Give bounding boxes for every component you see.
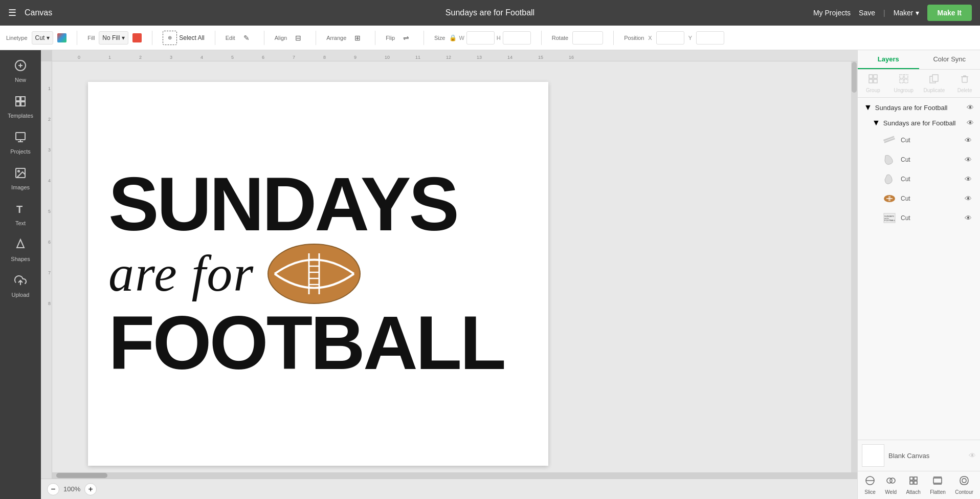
layer-item-3[interactable]: Cut 👁 (870, 169, 976, 189)
width-input[interactable] (466, 31, 495, 45)
attach-button[interactable]: Attach (906, 475, 920, 495)
toolbar-sep-3 (215, 31, 215, 45)
group-action[interactable]: Group (858, 70, 888, 97)
layer-eye-5[interactable]: 👁 (965, 214, 972, 222)
layer-sub-group-header[interactable]: ▼ Sundays are for Football 👁 (870, 115, 976, 131)
sidebar-item-shapes[interactable]: Shapes (0, 233, 41, 267)
svg-rect-34 (962, 77, 967, 82)
duplicate-label: Duplicate (924, 88, 945, 93)
arrange-icon[interactable]: ⊞ (350, 31, 365, 45)
layer-eye-1[interactable]: 👁 (965, 136, 972, 144)
layer-item-4[interactable]: Cut 👁 (870, 189, 976, 208)
ruler-h-tick-5: 5 (231, 55, 234, 60)
flatten-button[interactable]: Flatten (930, 475, 946, 495)
svg-rect-5 (16, 102, 20, 106)
zoom-out-icon: − (51, 485, 55, 494)
height-input[interactable] (503, 31, 531, 45)
zoom-out-button[interactable]: − (47, 483, 59, 495)
rotate-input[interactable] (572, 31, 603, 45)
sub-group-eye-icon[interactable]: 👁 (967, 119, 974, 127)
shapes-icon (14, 238, 27, 254)
sidebar-item-images[interactable]: Images (0, 162, 41, 196)
sidebar-item-label-new: New (15, 77, 26, 83)
duplicate-action[interactable]: Duplicate (919, 70, 950, 97)
svg-rect-24 (869, 75, 873, 78)
ruler-corner (41, 50, 52, 61)
layer-item-1[interactable]: Cut 👁 (870, 131, 976, 150)
sidebar-item-templates[interactable]: Templates (0, 90, 41, 124)
slice-button[interactable]: Slice (864, 475, 876, 495)
svg-rect-30 (900, 79, 903, 83)
select-all-group[interactable]: ⊕ Select All (163, 31, 204, 45)
ungroup-action[interactable]: Ungroup (888, 70, 919, 97)
linetype-color-picker[interactable] (57, 33, 66, 42)
ruler-h-tick-10: 10 (385, 55, 390, 60)
fill-select[interactable]: No Fill ▾ (99, 31, 128, 45)
layer-eye-4[interactable]: 👁 (965, 194, 972, 203)
rotate-group: Rotate (552, 31, 603, 45)
panel-actions: Group Ungroup Duplicate Delete (858, 70, 980, 98)
group-top-arrow-icon: ▼ (864, 103, 872, 112)
tab-layers[interactable]: Layers (858, 50, 919, 69)
layer-thumb-2 (882, 153, 897, 167)
x-input[interactable] (656, 31, 684, 45)
layer-eye-2[interactable]: 👁 (965, 156, 972, 164)
maker-selector[interactable]: Maker ▾ (894, 9, 919, 17)
arrange-label: Arrange (326, 35, 346, 41)
maker-label: Maker (894, 9, 914, 17)
edit-icon[interactable]: ✎ (239, 31, 254, 45)
zoom-in-button[interactable]: + (84, 483, 97, 495)
ruler-v-tick-2: 2 (48, 117, 51, 122)
ruler-h-tick-12: 12 (446, 55, 451, 60)
sidebar-item-label-projects: Projects (10, 148, 31, 155)
ruler-v-tick-1: 1 (48, 86, 51, 91)
y-input[interactable] (696, 31, 724, 45)
sidebar-item-projects[interactable]: Projects (0, 126, 41, 160)
weld-icon (886, 475, 896, 488)
weld-label: Weld (885, 489, 897, 495)
toolbar-sep-8 (541, 31, 542, 45)
make-it-button[interactable]: Make It (927, 5, 972, 21)
blank-canvas-eye-icon[interactable]: 👁 (969, 451, 976, 460)
edit-group: Edit ✎ (226, 31, 254, 45)
flip-label: Flip (386, 35, 395, 41)
layer-eye-3[interactable]: 👁 (965, 175, 972, 183)
delete-action[interactable]: Delete (949, 70, 980, 97)
layer-cut-label-5: Cut (901, 214, 961, 222)
layer-item-2[interactable]: Cut 👁 (870, 150, 976, 169)
lock-icon[interactable]: 🔒 (449, 34, 457, 41)
ruler-h-tick-16: 16 (569, 55, 574, 60)
save-button[interactable]: Save (859, 9, 875, 17)
fill-color-picker[interactable] (132, 33, 142, 42)
arrange-group: Arrange ⊞ (326, 31, 365, 45)
v-scroll-thumb[interactable] (852, 62, 857, 93)
tab-color-sync[interactable]: Color Sync (919, 50, 981, 69)
fill-chevron-icon: ▾ (122, 34, 125, 41)
horizontal-scrollbar[interactable] (52, 472, 857, 479)
are-for-display-text: are for (108, 248, 254, 299)
select-all-icon[interactable]: ⊕ (163, 31, 177, 45)
svg-rect-4 (21, 97, 25, 101)
y-label: Y (688, 35, 692, 41)
ruler-h-tick-1: 1 (108, 55, 111, 60)
sidebar-item-upload[interactable]: Upload (0, 269, 41, 303)
layer-item-5[interactable]: SUNDAYS are for FOOTBALL Cut 👁 (870, 208, 976, 228)
ruler-h-tick-8: 8 (323, 55, 326, 60)
align-icon[interactable]: ⊟ (291, 31, 305, 45)
menu-icon[interactable]: ☰ (8, 7, 16, 18)
linetype-select[interactable]: Cut ▾ (32, 31, 54, 45)
svg-marker-13 (17, 240, 24, 248)
ruler-h-tick-4: 4 (201, 55, 203, 60)
weld-button[interactable]: Weld (885, 475, 897, 495)
flip-icon[interactable]: ⇌ (399, 31, 413, 45)
contour-button[interactable]: Contour (955, 475, 973, 495)
canvas-white[interactable]: SUNDAYS are for (88, 82, 548, 466)
sidebar-item-new[interactable]: New (0, 54, 41, 88)
h-scroll-thumb[interactable] (56, 473, 107, 478)
layer-group-top-header[interactable]: ▼ Sundays are for Football 👁 (862, 100, 976, 115)
my-projects-button[interactable]: My Projects (813, 9, 851, 17)
ruler-horizontal: 0 1 2 3 4 5 6 7 8 9 10 11 12 13 14 15 16 (52, 50, 857, 61)
vertical-scrollbar[interactable] (851, 61, 857, 479)
group-top-eye-icon[interactable]: 👁 (967, 103, 974, 112)
sidebar-item-text[interactable]: T Text (0, 198, 41, 231)
